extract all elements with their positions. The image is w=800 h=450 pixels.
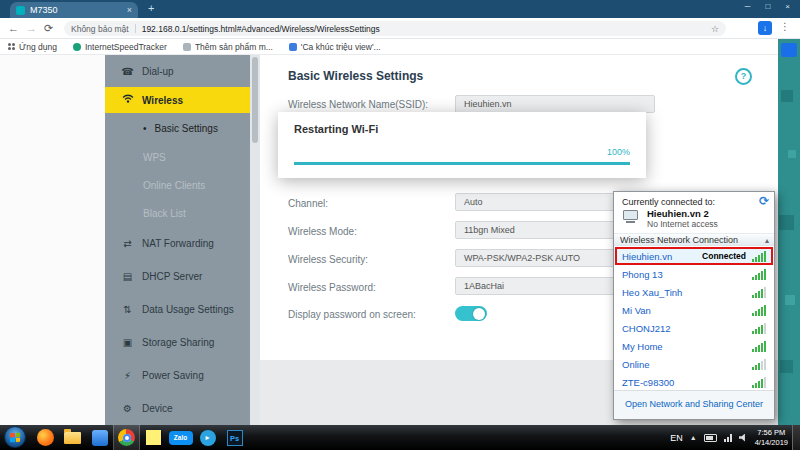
- nat-forwarding-icon: ⇄: [121, 238, 134, 249]
- battery-icon[interactable]: [704, 434, 717, 442]
- display-password-label: Display password on screen:: [288, 309, 416, 320]
- clock[interactable]: 7:56 PM 4/14/2019: [755, 428, 788, 447]
- wifi-network-item[interactable]: Mi Van: [614, 301, 774, 319]
- sidebar-item-storage-sharing[interactable]: ▣ Storage Sharing: [105, 326, 250, 359]
- bookmark-star-icon[interactable]: ☆: [711, 24, 719, 34]
- signal-strength-icon: [752, 251, 766, 262]
- browser-menu-icon[interactable]: ⋮: [780, 21, 790, 32]
- wifi-network-name[interactable]: Online: [622, 359, 752, 370]
- desktop-shortcut-icon[interactable]: [781, 43, 797, 57]
- wireless-section-header[interactable]: Wireless Network Connection ▴: [614, 233, 774, 246]
- ssid-input[interactable]: [455, 95, 655, 113]
- wifi-network-item[interactable]: CHONJ212: [614, 319, 774, 337]
- signal-strength-icon: [752, 359, 766, 370]
- page-title: Basic Wireless Settings: [288, 69, 423, 83]
- telegram-icon: ▸: [200, 430, 216, 446]
- close-tab-icon[interactable]: ×: [127, 5, 132, 15]
- sidebar-scrollbar[interactable]: [250, 55, 260, 425]
- security-chip[interactable]: Không bảo mật: [71, 24, 129, 34]
- wifi-network-name[interactable]: Phong 13: [622, 269, 752, 280]
- wifi-network-name[interactable]: Mi Van: [622, 305, 752, 316]
- sidebar-item-data-usage[interactable]: ⇅ Data Usage Settings: [105, 293, 250, 326]
- bookmark-apps[interactable]: Ứng dụng: [8, 42, 57, 52]
- sidebar-item-label: Power Saving: [142, 370, 204, 381]
- bookmark-music[interactable]: 'Ca khúc triệu view'...: [289, 42, 381, 52]
- bookmark-internetspeedtracker[interactable]: InternetSpeedTracker: [73, 42, 167, 52]
- window-close-button[interactable]: ×: [785, 2, 790, 11]
- taskbar-firefox[interactable]: [32, 425, 59, 450]
- volume-icon[interactable]: [739, 434, 748, 442]
- wifi-networks-flyout: Currently connected to: ⟳ Hieuhien.vn 2 …: [613, 191, 775, 420]
- wifi-network-name[interactable]: My Home: [622, 341, 752, 352]
- tray-expand-icon[interactable]: ▲: [690, 434, 697, 441]
- sticky-notes-icon: [146, 430, 161, 445]
- taskbar-telegram[interactable]: ▸: [194, 425, 221, 450]
- help-icon[interactable]: ?: [735, 68, 752, 85]
- sidebar-item-black-list[interactable]: Black List: [105, 199, 250, 227]
- network-computer-icon: [623, 210, 638, 223]
- taskbar-chrome[interactable]: [113, 425, 140, 450]
- bookmark-product[interactable]: Thêm sản phẩm m...: [183, 42, 273, 52]
- download-extension-icon[interactable]: ↓: [758, 21, 772, 35]
- tab-title: M7350: [30, 5, 122, 15]
- url-text[interactable]: 192.168.0.1/settings.html#Advanced/Wirel…: [142, 24, 707, 34]
- wifi-network-name[interactable]: Heo Xau_Tinh: [622, 287, 752, 298]
- bookmark-label: 'Ca khúc triệu view'...: [301, 42, 381, 52]
- sidebar-item-basic-settings[interactable]: • Basic Settings: [105, 113, 250, 143]
- sidebar-item-label: Basic Settings: [155, 123, 218, 134]
- address-bar[interactable]: Không bảo mật 192.168.0.1/settings.html#…: [64, 21, 726, 36]
- wifi-network-item[interactable]: Phong 13: [614, 265, 774, 283]
- sidebar-item-wireless[interactable]: Wireless: [105, 87, 250, 113]
- back-button[interactable]: ←: [8, 22, 19, 34]
- channel-label: Channel:: [288, 198, 328, 209]
- sidebar-item-wps[interactable]: WPS: [105, 143, 250, 171]
- toggle-knob: [473, 308, 485, 320]
- window-maximize-button[interactable]: □: [765, 2, 770, 11]
- wifi-network-item[interactable]: Hieuhien.vn Connected: [614, 247, 774, 265]
- language-indicator[interactable]: EN: [670, 433, 683, 443]
- refresh-icon[interactable]: ⟳: [759, 194, 769, 208]
- sidebar-item-device[interactable]: ⚙ Device: [105, 392, 250, 425]
- sidebar-item-dhcp-server[interactable]: ▤ DHCP Server: [105, 260, 250, 293]
- taskbar-zalo[interactable]: Zalo: [167, 425, 194, 450]
- wifi-network-item[interactable]: Heo Xau_Tinh: [614, 283, 774, 301]
- router-sidebar: ☎ Dial-up Wireless • Basic Settings WPS …: [105, 55, 250, 425]
- network-tray-icon[interactable]: [724, 434, 732, 442]
- browser-tab[interactable]: M7350 ×: [10, 2, 138, 18]
- wireless-password-label: Wireless Password:: [288, 282, 376, 293]
- wifi-network-item[interactable]: Online: [614, 355, 774, 373]
- clock-date: 4/14/2019: [755, 438, 788, 447]
- wifi-network-name[interactable]: CHONJ212: [622, 323, 752, 334]
- music-page-icon: [289, 43, 297, 51]
- wifi-network-item[interactable]: My Home: [614, 337, 774, 355]
- wifi-network-item[interactable]: ZTE-c98300: [614, 373, 774, 391]
- taskbar-sticky-notes[interactable]: [140, 425, 167, 450]
- sidebar-item-dialup[interactable]: ☎ Dial-up: [105, 55, 250, 87]
- forward-button[interactable]: →: [26, 22, 37, 34]
- wireless-security-label: Wireless Security:: [288, 254, 368, 265]
- taskbar-photoshop[interactable]: Ps: [221, 425, 248, 450]
- scrollbar-thumb[interactable]: [252, 57, 258, 143]
- bookmark-label: Thêm sản phẩm m...: [195, 42, 273, 52]
- ssid-label: Wireless Network Name(SSID):: [288, 99, 428, 110]
- collapse-icon[interactable]: ▴: [765, 234, 769, 247]
- wifi-network-name[interactable]: ZTE-c98300: [622, 377, 752, 388]
- display-password-toggle[interactable]: [455, 306, 487, 321]
- sidebar-item-nat-forwarding[interactable]: ⇄ NAT Forwarding: [105, 227, 250, 260]
- start-button[interactable]: [4, 426, 26, 448]
- sidebar-item-online-clients[interactable]: Online Clients: [105, 171, 250, 199]
- show-desktop-button[interactable]: [792, 425, 800, 450]
- wifi-icon: [121, 94, 134, 106]
- taskbar-app-blue[interactable]: [86, 425, 113, 450]
- new-tab-button[interactable]: +: [148, 2, 154, 14]
- sidebar-item-label: WPS: [143, 152, 166, 163]
- speedtracker-icon: [73, 43, 81, 51]
- reload-button[interactable]: ⟳: [44, 22, 53, 35]
- wifi-network-name[interactable]: Hieuhien.vn: [622, 251, 702, 262]
- zalo-icon: Zalo: [169, 431, 193, 445]
- section-title: Wireless Network Connection: [620, 235, 738, 245]
- open-network-sharing-center-link[interactable]: Open Network and Sharing Center: [614, 399, 774, 409]
- taskbar-explorer[interactable]: [59, 425, 86, 450]
- window-minimize-button[interactable]: ─: [745, 2, 751, 11]
- sidebar-item-power-saving[interactable]: ⚡ Power Saving: [105, 359, 250, 392]
